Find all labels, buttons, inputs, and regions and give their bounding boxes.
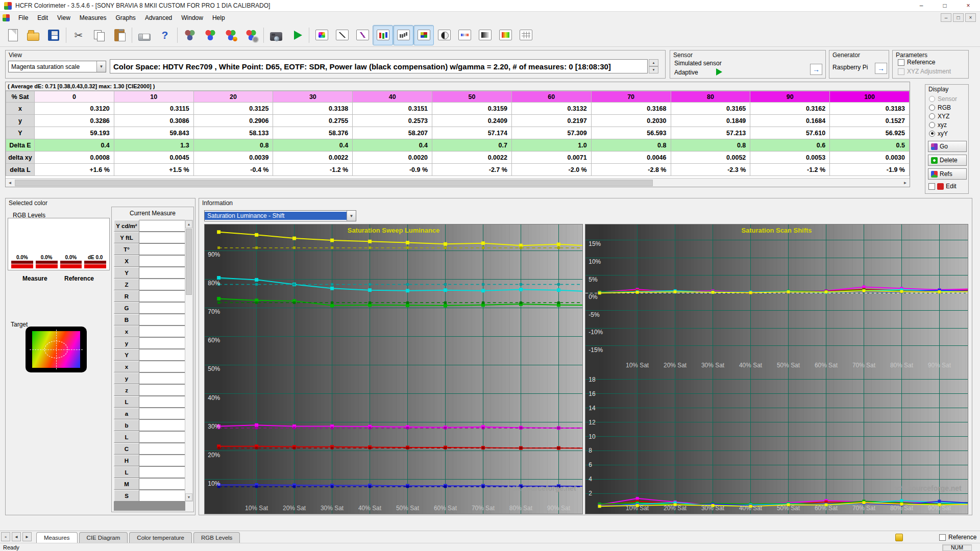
cell-y-30[interactable]: 0.2755 [273, 115, 353, 127]
radio-dot-rgb[interactable] [929, 105, 935, 111]
radio-dot-xyz[interactable] [929, 122, 935, 128]
cell-delta-l-50[interactable]: -2.7 % [432, 164, 512, 176]
rgb-balls-button[interactable] [200, 25, 220, 45]
radio-xyz[interactable]: xyz [929, 120, 957, 129]
cell-delta-xy-60[interactable]: 0.0071 [511, 152, 591, 164]
cell-delta-e-50[interactable]: 0.7 [432, 139, 512, 152]
cell-delta-e-10[interactable]: 1.3 [114, 139, 193, 152]
probe-button[interactable] [180, 25, 200, 45]
saturation-scale-dropdown[interactable]: Magenta saturation scale ▼ [8, 61, 106, 72]
camera-button[interactable] [266, 25, 286, 45]
cell-y-10[interactable]: 0.3086 [114, 115, 193, 127]
close-button[interactable]: × [957, 0, 980, 11]
chevron-down-icon[interactable]: ▼ [347, 211, 356, 221]
cell-x-80[interactable]: 0.3165 [671, 103, 750, 115]
settings-balls-button[interactable] [241, 25, 261, 45]
view-contrast-button[interactable] [434, 25, 454, 45]
cell-y-60[interactable]: 0.2197 [511, 115, 591, 127]
col-header-40[interactable]: 40 [353, 91, 432, 103]
view-luminance-button[interactable] [332, 25, 352, 45]
radio-dot-xyy[interactable] [929, 131, 935, 137]
tab-measures[interactable]: Measures [36, 532, 78, 543]
cell-delta-xy-90[interactable]: 0.0053 [750, 152, 830, 164]
menu-measures[interactable]: Measures [75, 13, 111, 23]
cell-y-50[interactable]: 0.2409 [432, 115, 512, 127]
view-measures-button[interactable] [516, 25, 536, 45]
delete-button[interactable]: Delete [928, 155, 967, 166]
cell-delta-l-40[interactable]: -0.9 % [353, 164, 432, 176]
radio-rgb[interactable]: RGB [929, 103, 957, 112]
cell-delta-e-100[interactable]: 0.5 [830, 139, 910, 152]
spinner-down-icon[interactable]: ▼ [649, 66, 658, 73]
edit-checkbox[interactable] [928, 183, 935, 190]
minimize-button[interactable]: – [910, 0, 933, 11]
menu-graphs[interactable]: Graphs [111, 13, 140, 23]
cell-y-20[interactable]: 0.2906 [193, 115, 273, 127]
go-button[interactable]: Go [928, 141, 967, 152]
cell-x-70[interactable]: 0.3168 [591, 103, 671, 115]
cell-x-10[interactable]: 0.3115 [114, 103, 193, 115]
mdi-minimize-button[interactable]: – [941, 13, 951, 22]
cut-button[interactable] [68, 25, 89, 45]
cell-delta-xy-10[interactable]: 0.0045 [114, 152, 193, 164]
menu-file[interactable]: File [14, 13, 33, 23]
tab-rgb-levels[interactable]: RGB Levels [193, 532, 240, 543]
cell-y-80[interactable]: 57.213 [671, 127, 750, 139]
cell-delta-e-30[interactable]: 0.4 [273, 139, 353, 152]
cell-delta-e-90[interactable]: 0.6 [750, 139, 830, 152]
cell-delta-xy-30[interactable]: 0.0022 [273, 152, 353, 164]
print-button[interactable] [134, 25, 155, 45]
cell-y-80[interactable]: 0.1849 [671, 115, 750, 127]
cell-delta-l-100[interactable]: -1.9 % [830, 164, 910, 176]
current-measure-scrollbar[interactable]: ▲ ▼ [185, 220, 193, 502]
view-gamma-button[interactable] [352, 25, 373, 45]
cell-y-70[interactable]: 56.593 [591, 127, 671, 139]
cell-x-20[interactable]: 0.3125 [193, 103, 273, 115]
radio-xyz[interactable]: XYZ [929, 112, 957, 120]
view-colorchecker-button[interactable] [413, 25, 434, 45]
chevron-down-icon[interactable]: ▼ [96, 61, 106, 72]
cell-x-60[interactable]: 0.3132 [511, 103, 591, 115]
col-header-50[interactable]: 50 [432, 91, 512, 103]
view-histogram-button[interactable] [393, 25, 413, 45]
menu-edit[interactable]: Edit [33, 13, 53, 23]
spinner-up-icon[interactable]: ▲ [649, 59, 658, 66]
cell-y-0[interactable]: 59.193 [35, 127, 114, 139]
edit-checkbox-row[interactable]: Edit [928, 183, 957, 190]
cell-delta-xy-70[interactable]: 0.0046 [591, 152, 671, 164]
view-rgb-levels-button[interactable] [373, 25, 393, 45]
cell-delta-l-80[interactable]: -2.3 % [671, 164, 750, 176]
scrollbar-thumb[interactable] [186, 229, 192, 295]
cell-delta-xy-80[interactable]: 0.0052 [671, 152, 750, 164]
col-header-100[interactable]: 100 [830, 91, 910, 103]
cell-y-10[interactable]: 59.843 [114, 127, 193, 139]
col-header-30[interactable]: 30 [273, 91, 353, 103]
scroll-left-icon[interactable]: ◄ [6, 179, 14, 187]
cell-y-60[interactable]: 57.309 [511, 127, 591, 139]
cell-delta-e-0[interactable]: 0.4 [35, 139, 114, 152]
view-lut-button[interactable] [475, 25, 495, 45]
cell-delta-e-80[interactable]: 0.8 [671, 139, 750, 152]
tab-close-button[interactable]: × [1, 532, 10, 541]
cell-delta-l-10[interactable]: +1.5 % [114, 164, 193, 176]
menu-advanced[interactable]: Advanced [140, 13, 177, 23]
cell-x-40[interactable]: 0.3151 [353, 103, 432, 115]
cell-x-100[interactable]: 0.3183 [830, 103, 910, 115]
cell-y-90[interactable]: 57.610 [750, 127, 830, 139]
cell-delta-l-70[interactable]: -2.8 % [591, 164, 671, 176]
radio-xyy[interactable]: xyY [929, 129, 957, 138]
cell-y-90[interactable]: 0.1684 [750, 115, 830, 127]
cell-delta-xy-20[interactable]: 0.0039 [193, 152, 273, 164]
menu-window[interactable]: Window [177, 13, 208, 23]
cell-delta-l-60[interactable]: -2.0 % [511, 164, 591, 176]
cell-y-20[interactable]: 58.133 [193, 127, 273, 139]
cell-delta-xy-50[interactable]: 0.0022 [432, 152, 512, 164]
paste-button[interactable] [109, 25, 130, 45]
cell-y-70[interactable]: 0.2030 [591, 115, 671, 127]
col-header-60[interactable]: 60 [511, 91, 591, 103]
reference-toggle-row[interactable]: Reference [939, 534, 976, 541]
cell-y-40[interactable]: 58.207 [353, 127, 432, 139]
help-button[interactable] [155, 25, 175, 45]
calibration-button[interactable] [220, 25, 241, 45]
col-header-90[interactable]: 90 [750, 91, 830, 103]
